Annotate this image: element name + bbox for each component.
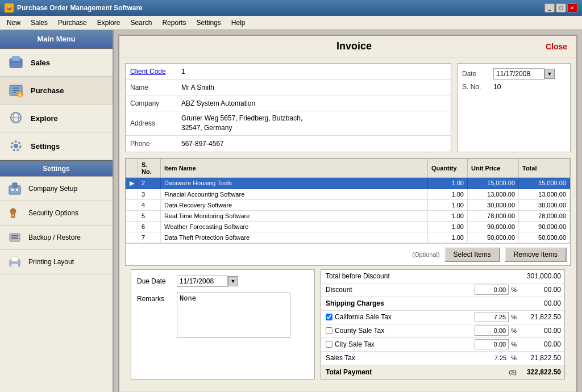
table-row[interactable]: 6 Weather Forecasting Software 1.00 90,0… xyxy=(126,221,570,232)
sidebar-item-printing-layout[interactable]: Printing Layout xyxy=(0,250,113,274)
row-item-name: Data Recovery Software xyxy=(161,199,428,210)
due-date-label: Due Date xyxy=(137,277,177,285)
row-total: 13,000.00 xyxy=(519,189,570,199)
table-row[interactable]: 5 Real Time Monitoring Software 1.00 78,… xyxy=(126,210,570,221)
th-arrow xyxy=(126,159,138,177)
title-bar: 📦 Purchase Order Management Software _ □… xyxy=(0,0,582,16)
remarks-textarea[interactable]: None xyxy=(177,293,290,338)
sno-value: 10 xyxy=(493,83,501,91)
table-row[interactable]: ▶ 2 Dataware Housing Tools 1.00 15,000.0… xyxy=(126,177,570,189)
sidebar-item-explore[interactable]: Explore xyxy=(0,105,113,132)
row-total: 50,000.00 xyxy=(519,232,570,243)
california-tax-checkbox[interactable] xyxy=(326,314,332,320)
svg-rect-15 xyxy=(13,183,17,187)
row-unit-price: 15,000.00 xyxy=(468,177,519,189)
california-tax-rate-input[interactable] xyxy=(475,312,509,322)
remove-items-button[interactable]: Remove Items xyxy=(505,247,567,262)
explore-icon xyxy=(7,109,25,127)
date-calendar-button[interactable]: ▼ xyxy=(544,69,555,79)
date-input[interactable] xyxy=(493,68,544,80)
menu-search[interactable]: Search xyxy=(126,18,156,28)
row-sno: 5 xyxy=(138,210,161,221)
th-total: Total xyxy=(519,159,570,177)
row-arrow xyxy=(126,221,138,232)
shipping-value: 00.00 xyxy=(519,298,564,309)
row-arrow xyxy=(126,232,138,243)
purchase-icon: $ xyxy=(7,81,25,99)
row-item-name: Dataware Housing Tools xyxy=(161,177,428,189)
company-value: ABZ System Automation xyxy=(177,97,260,110)
sidebar-item-sales[interactable]: Sales xyxy=(0,49,113,77)
table-row[interactable]: 3 Finacial Accounting Software 1.00 13,0… xyxy=(126,189,570,199)
sidebar-item-security-options[interactable]: Security Options xyxy=(0,201,113,226)
date-label: Date xyxy=(462,70,493,78)
backup-restore-icon xyxy=(7,230,23,245)
select-items-button[interactable]: Select Items xyxy=(444,247,500,262)
row-qty: 1.00 xyxy=(428,221,468,232)
menu-purchase[interactable]: Purchase xyxy=(53,18,92,28)
menu-help[interactable]: Help xyxy=(227,18,250,28)
invoice-close-button[interactable]: Close xyxy=(546,42,567,51)
row-sno: 4 xyxy=(138,199,161,210)
due-date-calendar-button[interactable]: ▼ xyxy=(228,276,238,286)
company-setup-label: Company Setup xyxy=(28,185,77,193)
california-tax-value: 21,822.50 xyxy=(519,311,564,323)
company-setup-icon xyxy=(7,181,23,197)
sidebar-item-purchase[interactable]: $ Purchase xyxy=(0,77,113,105)
row-total: 90,000.00 xyxy=(519,221,570,232)
sidebar: Main Menu Sales $ xyxy=(0,30,114,392)
county-tax-rate-input[interactable] xyxy=(475,326,509,336)
svg-rect-27 xyxy=(11,264,18,268)
discount-input[interactable] xyxy=(475,285,509,295)
menu-sales[interactable]: Sales xyxy=(26,18,52,28)
menu-settings[interactable]: Settings xyxy=(192,18,226,28)
th-quantity: Quantity xyxy=(428,159,468,177)
printing-layout-icon xyxy=(7,254,23,270)
table-row[interactable]: 4 Data Recovery Software 1.00 30,000.00 … xyxy=(126,199,570,210)
california-tax-label: California Sale Tax xyxy=(335,313,392,321)
name-value: Mr A Smith xyxy=(177,81,219,94)
discount-pct: % xyxy=(509,286,519,293)
due-date-input[interactable] xyxy=(177,276,228,287)
county-tax-label: County Sale Tax xyxy=(335,327,384,335)
county-tax-checkbox[interactable] xyxy=(326,327,332,334)
row-total: 78,000.00 xyxy=(519,210,570,221)
city-tax-checkbox[interactable] xyxy=(326,341,332,348)
security-options-icon xyxy=(7,205,23,221)
svg-rect-1 xyxy=(12,56,20,61)
sidebar-item-settings[interactable]: Settings xyxy=(0,132,113,160)
sales-tax-value: 21,822.50 xyxy=(519,352,564,364)
sidebar-item-company-setup[interactable]: Company Setup xyxy=(0,177,113,201)
row-total: 15,000.00 xyxy=(519,177,570,189)
window-close-button[interactable]: ✕ xyxy=(567,3,577,12)
sidebar-item-backup-restore[interactable]: Backup / Restore xyxy=(0,226,113,250)
settings-main-icon xyxy=(7,137,25,155)
minimize-button[interactable]: _ xyxy=(544,3,555,12)
svg-rect-17 xyxy=(16,189,18,191)
menu-new[interactable]: New xyxy=(2,18,25,28)
discount-label: Discount xyxy=(321,284,475,295)
settings-section-title: Settings xyxy=(0,160,113,177)
menu-explore[interactable]: Explore xyxy=(93,18,125,28)
client-code-link[interactable]: Client Code xyxy=(126,65,177,78)
sno-label: S. No. xyxy=(462,83,493,91)
menu-reports[interactable]: Reports xyxy=(157,18,190,28)
row-arrow xyxy=(126,189,138,199)
total-payment-label: Total Payment xyxy=(321,366,507,378)
row-sno: 3 xyxy=(138,189,161,199)
optional-label: (Optional) xyxy=(412,251,439,258)
table-row[interactable]: 7 Data Theft Protection Software 1.00 50… xyxy=(126,232,570,243)
row-unit-price: 13,000.00 xyxy=(468,189,519,199)
th-sno: S. No. xyxy=(138,159,161,177)
sidebar-sales-label: Sales xyxy=(31,59,50,67)
printing-layout-label: Printing Layout xyxy=(28,258,74,266)
maximize-button[interactable]: □ xyxy=(556,3,566,12)
invoice-title: Invoice xyxy=(163,40,546,52)
city-tax-rate-input[interactable] xyxy=(475,339,509,349)
row-qty: 1.00 xyxy=(428,189,468,199)
invoice-panel: Invoice Close Client Code 1 Name Mr A Sm… xyxy=(118,35,577,392)
totals-panel: Total before Discount 301,000.00 Discoun… xyxy=(321,269,565,380)
row-item-name: Finacial Accounting Software xyxy=(161,189,428,199)
row-item-name: Real Time Monitoring Software xyxy=(161,210,428,221)
phone-value: 567-897-4567 xyxy=(177,137,228,150)
